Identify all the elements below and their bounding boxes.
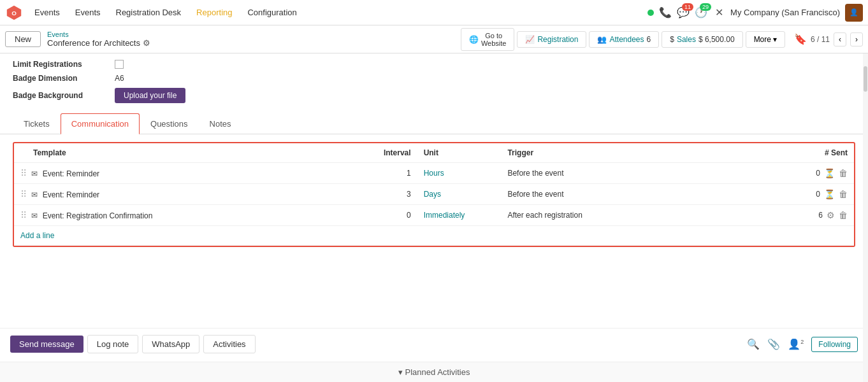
badge-background-row: Badge Background Upload your file bbox=[13, 88, 855, 103]
add-line-button[interactable]: Add a line bbox=[20, 231, 54, 240]
main-content: Limit Registrations Badge Dimension A6 B… bbox=[0, 53, 868, 382]
company-name[interactable]: My Company (San Francisco) bbox=[730, 8, 840, 17]
tab-questions[interactable]: Questions bbox=[140, 113, 199, 134]
col-trigger: Trigger bbox=[501, 143, 711, 163]
drag-handle-icon[interactable]: ⠿ bbox=[20, 210, 29, 220]
tab-communication[interactable]: Communication bbox=[61, 113, 140, 134]
communication-table: Template Interval Unit Trigger # Sent ⠿ … bbox=[14, 143, 854, 246]
row3-interval: 0 bbox=[350, 205, 417, 226]
followers-icon[interactable]: 👤2 bbox=[788, 338, 804, 350]
activities-badge: 29 bbox=[700, 3, 711, 11]
tabs-bar: Tickets Communication Questions Notes bbox=[0, 113, 868, 134]
navbar: O Events Events Registration Desk Report… bbox=[0, 0, 868, 25]
svg-text:O: O bbox=[11, 9, 17, 16]
row1-sent: 0 ⏳ 🗑 bbox=[711, 163, 854, 184]
settings-icon[interactable]: ⚙ bbox=[827, 210, 835, 220]
phone-icon[interactable]: 📞 bbox=[659, 6, 672, 19]
prev-button[interactable]: ‹ bbox=[834, 32, 846, 46]
row1-interval: 1 bbox=[350, 163, 417, 184]
delete-icon[interactable]: 🗑 bbox=[839, 189, 848, 199]
scrollbar-thumb[interactable] bbox=[864, 66, 867, 92]
pager: 6 / 11 bbox=[811, 35, 830, 44]
breadcrumb: Events Conference for Architects ⚙ bbox=[47, 31, 150, 48]
row3-unit: Immediately bbox=[417, 205, 502, 226]
nav-registration-desk[interactable]: Registration Desk bbox=[110, 5, 188, 20]
row2-template: ⠿ ✉ Event: Reminder bbox=[14, 184, 350, 205]
sales-button[interactable]: $ Sales $ 6,500.00 bbox=[662, 31, 742, 48]
limit-registrations-checkbox[interactable] bbox=[115, 60, 124, 69]
badge-dimension-label: Badge Dimension bbox=[13, 74, 115, 83]
attachment-icon[interactable]: 📎 bbox=[767, 338, 780, 350]
online-status bbox=[647, 10, 654, 16]
breadcrumb-parent[interactable]: Events bbox=[47, 31, 150, 38]
email-icon: ✉ bbox=[31, 190, 38, 199]
sales-label: Sales bbox=[677, 35, 696, 44]
col-interval: Interval bbox=[350, 143, 417, 163]
hourglass-icon[interactable]: ⏳ bbox=[824, 189, 835, 199]
activities-icon[interactable]: 🕐 29 bbox=[695, 6, 707, 19]
globe-icon: 🌐 bbox=[469, 35, 479, 44]
nav-configuration[interactable]: Configuration bbox=[241, 5, 303, 20]
nav-events-app[interactable]: Events bbox=[28, 5, 66, 20]
following-button[interactable]: Following bbox=[811, 337, 858, 352]
dollar-icon: $ bbox=[670, 35, 674, 44]
odoo-logo[interactable]: O bbox=[5, 4, 23, 22]
drag-handle-icon[interactable]: ⠿ bbox=[20, 189, 29, 199]
row3-sent: 6 ⚙ 🗑 bbox=[711, 205, 854, 226]
row2-unit: Days bbox=[417, 184, 502, 205]
action-buttons: 🌐 Go to Website 📈 Registration 👥 Attende… bbox=[461, 28, 785, 51]
activities-button[interactable]: Activities bbox=[203, 335, 255, 353]
user-avatar[interactable]: 👤 bbox=[845, 4, 863, 22]
registration-button[interactable]: 📈 Registration bbox=[517, 31, 586, 48]
chevron-down-icon: ▾ bbox=[773, 35, 777, 44]
attendees-button[interactable]: 👥 Attendees 6 bbox=[589, 31, 659, 48]
upload-file-button[interactable]: Upload your file bbox=[115, 88, 185, 103]
bookmark-icon[interactable]: 🔖 bbox=[794, 33, 807, 45]
next-button[interactable]: › bbox=[850, 32, 863, 46]
attendees-count: 6 bbox=[647, 35, 651, 44]
search-icon[interactable]: 🔍 bbox=[747, 338, 760, 350]
pager-text: 6 / 11 bbox=[811, 35, 830, 44]
communication-table-wrapper: Template Interval Unit Trigger # Sent ⠿ … bbox=[13, 142, 855, 247]
log-note-button[interactable]: Log note bbox=[87, 335, 139, 353]
col-template: Template bbox=[14, 143, 350, 163]
breadcrumb-current: Conference for Architects ⚙ bbox=[47, 38, 150, 48]
drag-handle-icon[interactable]: ⠿ bbox=[20, 168, 29, 178]
goto-website-label: Go to Website bbox=[481, 32, 507, 47]
whatsapp-button[interactable]: WhatsApp bbox=[142, 335, 199, 353]
row2-sent: 0 ⏳ 🗑 bbox=[711, 184, 854, 205]
tab-notes[interactable]: Notes bbox=[199, 113, 242, 134]
badge-dimension-value: A6 bbox=[115, 74, 124, 83]
planned-activities-label[interactable]: Planned Activities bbox=[405, 367, 470, 377]
sales-value: $ 6,500.00 bbox=[698, 35, 735, 44]
actionbar-right: 🔖 6 / 11 ‹ › bbox=[794, 32, 863, 46]
row3-trigger: After each registration bbox=[501, 205, 711, 226]
chatter-bar: Send message Log note WhatsApp Activitie… bbox=[0, 328, 868, 360]
nav-reporting[interactable]: Reporting bbox=[190, 5, 238, 20]
form-upper: Limit Registrations Badge Dimension A6 B… bbox=[0, 53, 868, 113]
hourglass-icon[interactable]: ⏳ bbox=[824, 168, 835, 178]
messages-badge: 11 bbox=[682, 3, 693, 11]
attendees-label: Attendees bbox=[609, 35, 644, 44]
table-row: ⠿ ✉ Event: Reminder 1 Hours Before the e… bbox=[14, 163, 854, 184]
limit-registrations-row: Limit Registrations bbox=[13, 60, 855, 69]
messages-icon[interactable]: 💬 11 bbox=[677, 6, 690, 19]
row2-trigger: Before the event bbox=[501, 184, 711, 205]
delete-icon[interactable]: 🗑 bbox=[839, 168, 848, 178]
send-message-button[interactable]: Send message bbox=[10, 336, 83, 353]
badge-dimension-row: Badge Dimension A6 bbox=[13, 74, 855, 83]
row1-trigger: Before the event bbox=[501, 163, 711, 184]
settings-gear-icon[interactable]: ⚙ bbox=[143, 38, 150, 48]
settings-icon[interactable]: ✕ bbox=[712, 6, 725, 19]
row1-actions: 0 ⏳ 🗑 bbox=[718, 168, 848, 178]
add-line-row: Add a line bbox=[14, 226, 854, 246]
actionbar: New Events Conference for Architects ⚙ 🌐… bbox=[0, 25, 868, 53]
dropdown-icon: ▾ bbox=[398, 367, 403, 377]
new-button[interactable]: New bbox=[5, 31, 41, 47]
delete-icon[interactable]: 🗑 bbox=[839, 210, 848, 220]
tab-tickets[interactable]: Tickets bbox=[13, 113, 61, 134]
goto-website-button[interactable]: 🌐 Go to Website bbox=[461, 28, 515, 51]
nav-events[interactable]: Events bbox=[69, 5, 107, 20]
more-button[interactable]: More ▾ bbox=[746, 31, 785, 48]
table-row: ⠿ ✉ Event: Reminder 3 Days Before the ev… bbox=[14, 184, 854, 205]
